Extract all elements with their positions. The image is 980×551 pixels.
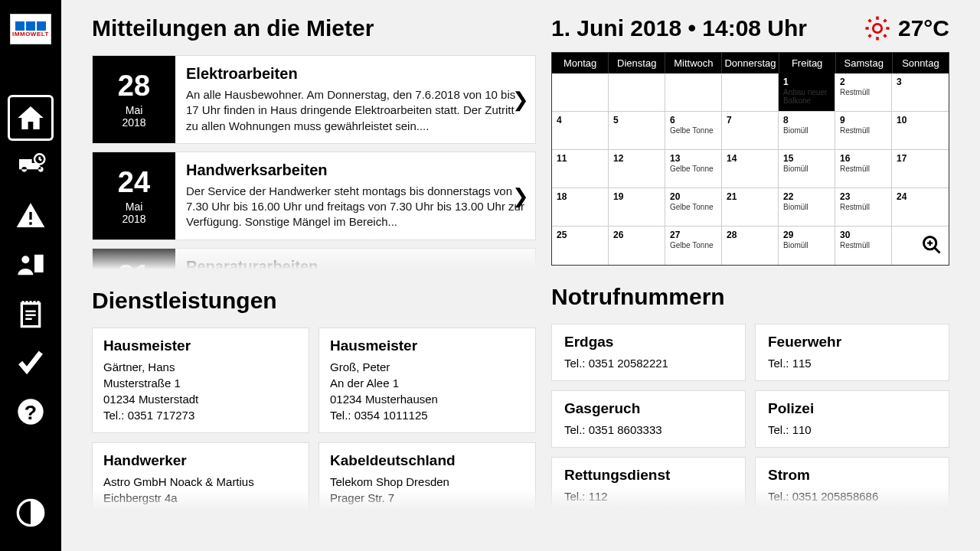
services-heading: Dienstleistungen: [92, 288, 536, 314]
emergency-tel: Tel.: 110: [768, 422, 936, 438]
service-card[interactable]: HausmeisterGärtner, HansMusterstraße 101…: [92, 328, 309, 433]
calendar-cell[interactable]: 22Biomüll: [779, 188, 835, 227]
calendar-cell[interactable]: 24: [892, 188, 949, 227]
calendar-cell[interactable]: 30Restmüll: [835, 227, 892, 265]
calendar-cell[interactable]: 18: [552, 188, 609, 227]
calendar-cell[interactable]: 5: [609, 112, 665, 150]
calendar-cell[interactable]: 20Gelbe Tonne: [665, 188, 722, 227]
nav-help[interactable]: ?: [8, 389, 54, 435]
notification-item[interactable]: 24Mai2018HandwerksarbeitenDer Service de…: [92, 152, 536, 240]
notification-title: Reparaturarbeiten: [186, 258, 528, 270]
nav-notes[interactable]: [8, 291, 54, 337]
nav-alerts[interactable]: [8, 193, 54, 239]
sun-icon: [864, 15, 890, 41]
warning-icon: [15, 201, 46, 231]
service-line: 01156 Dresden: [103, 506, 298, 511]
notification-date: 24Mai2018: [93, 152, 175, 240]
calendar-cell[interactable]: [552, 73, 609, 112]
nav-check[interactable]: [8, 340, 54, 386]
calendar-cell[interactable]: [722, 73, 779, 112]
contrast-icon: [15, 497, 46, 528]
notifications-heading: Mitteilungen an die Mieter: [92, 15, 536, 41]
logo: IMMOWELT: [10, 14, 51, 44]
emergency-tel: Tel.: 0351 205858686: [768, 488, 936, 504]
emergency-card[interactable]: ErdgasTel.: 0351 20582221: [551, 324, 746, 381]
emergency-grid: ErdgasTel.: 0351 20582221FeuerwehrTel.: …: [551, 324, 949, 507]
sidebar: IMMOWELT ?: [0, 0, 61, 551]
person-building-icon: [15, 249, 46, 280]
calendar-cell[interactable]: [609, 73, 665, 112]
calendar-cell[interactable]: 15Biomüll: [779, 150, 835, 188]
chevron-right-icon: ❯: [512, 184, 529, 207]
calendar-cell[interactable]: 1Anbau neuer Balkone: [779, 73, 835, 112]
nav-contrast[interactable]: [8, 490, 54, 536]
service-card[interactable]: HausmeisterGroß, PeterAn der Alee 101234…: [318, 328, 536, 433]
service-line: 01069 Dresden: [330, 506, 524, 511]
calendar-cell[interactable]: 10: [892, 112, 949, 150]
service-line: Prager Str. 7: [330, 490, 524, 506]
service-line: Tel.: 0351 717273: [103, 407, 298, 423]
service-card[interactable]: HandwerkerAstro GmbH Noack & MartiusEich…: [92, 442, 309, 511]
calendar-cell[interactable]: 11: [552, 150, 609, 188]
nav-schedule[interactable]: [8, 144, 54, 190]
home-icon: [15, 103, 46, 133]
emergency-card[interactable]: RettungsdienstTel.: 112: [551, 457, 746, 507]
calendar-cell[interactable]: 13Gelbe Tonne: [665, 150, 722, 188]
emergency-title: Erdgas: [564, 334, 733, 350]
notification-title: Elektroarbeiten: [186, 65, 528, 83]
calendar-cell[interactable]: 29Biomüll: [779, 227, 835, 265]
calendar: MontagDienstagMittwochDonnerstagFreitagS…: [551, 52, 949, 266]
help-icon: ?: [15, 396, 46, 427]
calendar-cell[interactable]: 6Gelbe Tonne: [665, 112, 722, 150]
weather: 27°C: [864, 15, 949, 41]
calendar-day-header: Freitag: [779, 53, 836, 73]
calendar-cell[interactable]: 7: [722, 112, 779, 150]
calendar-cell[interactable]: 19: [609, 188, 665, 227]
notification-item[interactable]: 28Mai2018ElektroarbeitenAn alle Hausbewo…: [92, 55, 536, 144]
calendar-cell[interactable]: 23Restmüll: [835, 188, 892, 227]
calendar-cell[interactable]: 16Restmüll: [835, 150, 892, 188]
service-card[interactable]: KabeldeutschlandTelekom Shop DresdenPrag…: [318, 442, 536, 511]
calendar-cell[interactable]: 14: [722, 150, 779, 188]
calendar-cell[interactable]: 21: [722, 188, 779, 227]
notification-date: 21Mai2018: [93, 249, 175, 270]
emergency-title: Feuerwehr: [768, 334, 936, 350]
calendar-cell[interactable]: 2Restmüll: [835, 73, 892, 112]
service-title: Hausmeister: [103, 337, 298, 354]
calendar-cell[interactable]: 9Restmüll: [835, 112, 892, 150]
service-line: Eichbergstr 4a: [103, 490, 298, 506]
calendar-day-header: Mittwoch: [665, 53, 722, 73]
nav-contacts[interactable]: [8, 242, 54, 288]
zoom-in-button[interactable]: [921, 234, 942, 259]
calendar-cell[interactable]: [665, 73, 722, 112]
emergency-title: Polizei: [768, 400, 936, 417]
emergency-tel: Tel.: 0351 8603333: [564, 422, 733, 438]
date-time: 1. Juni 2018 • 14:08 Uhr: [551, 15, 864, 41]
emergency-card[interactable]: FeuerwehrTel.: 115: [755, 324, 949, 381]
service-line: 01234 Musterstadt: [103, 391, 298, 407]
emergency-tel: Tel.: 0351 20582221: [564, 355, 733, 371]
calendar-cell[interactable]: 8Biomüll: [779, 112, 835, 150]
calendar-cell[interactable]: 25: [552, 227, 609, 265]
svg-text:?: ?: [24, 401, 37, 424]
notification-text: Der Service der Handwerker steht montags…: [186, 184, 528, 230]
emergency-card[interactable]: GasgeruchTel.: 0351 8603333: [551, 390, 746, 448]
service-line: An der Alee 1: [330, 375, 524, 391]
calendar-cell[interactable]: 12: [609, 150, 665, 188]
temperature: 27°C: [898, 15, 949, 41]
calendar-day-header: Dienstag: [609, 53, 665, 73]
notification-item[interactable]: 21Mai2018Reparaturarbeiten: [92, 248, 536, 270]
service-title: Kabeldeutschland: [330, 452, 524, 469]
calendar-cell[interactable]: 17: [892, 150, 949, 188]
chevron-right-icon: ❯: [512, 87, 529, 111]
emergency-title: Gasgeruch: [564, 400, 733, 417]
calendar-cell[interactable]: 27Gelbe Tonne: [665, 227, 722, 265]
calendar-cell[interactable]: 26: [609, 227, 665, 265]
calendar-cell[interactable]: 3: [892, 73, 949, 112]
nav-home[interactable]: [8, 95, 54, 141]
emergency-card[interactable]: StromTel.: 0351 205858686: [755, 457, 949, 507]
emergency-card[interactable]: PolizeiTel.: 110: [755, 390, 949, 448]
calendar-cell[interactable]: 28: [722, 227, 779, 265]
calendar-cell[interactable]: 4: [552, 112, 609, 150]
service-line: Tel.: 0354 1011125: [330, 407, 524, 423]
